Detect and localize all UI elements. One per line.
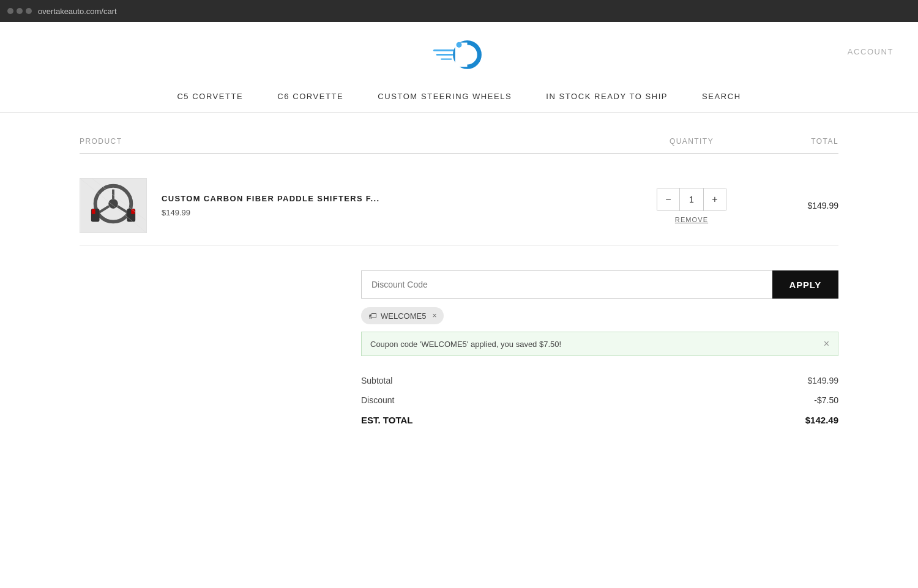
svg-rect-13	[92, 209, 95, 214]
close-banner-button[interactable]: ×	[824, 338, 829, 349]
discount-row: APPLY	[361, 270, 838, 299]
quantity-increase-button[interactable]: +	[704, 188, 726, 210]
quantity-stepper[interactable]: − +	[657, 188, 726, 211]
apply-discount-button[interactable]: APPLY	[772, 270, 838, 299]
nav-item-search[interactable]: SEARCH	[685, 81, 758, 112]
product-image[interactable]	[80, 178, 147, 233]
nav-item-custom-steering[interactable]: CUSTOM STEERING WHEELS	[360, 81, 529, 112]
account-link[interactable]: ACCOUNT	[848, 47, 894, 56]
svg-point-8	[108, 199, 118, 209]
discount-label: Discount	[361, 395, 394, 405]
summary-rows: Subtotal $149.99 Discount -$7.50 EST. TO…	[361, 371, 838, 430]
quantity-decrease-button[interactable]: −	[657, 188, 679, 210]
quantity-col: − + REMOVE	[643, 188, 741, 223]
discount-code-input[interactable]	[361, 270, 772, 299]
cart-container: PRODUCT QUANTITY TOTAL	[31, 113, 887, 455]
product-price: $149.99	[162, 208, 379, 217]
product-info: CUSTOM CARBON FIBER PADDLE SHIFTERS F...…	[162, 194, 379, 217]
nav-item-c6-corvette[interactable]: C6 CORVETTE	[260, 81, 360, 112]
est-total-value: $142.49	[805, 415, 838, 425]
nav-item-c5-corvette[interactable]: C5 CORVETTE	[160, 81, 260, 112]
browser-dot-2	[17, 8, 23, 14]
browser-dot-1	[7, 8, 13, 14]
line-total: $149.99	[741, 201, 838, 210]
nav-item-in-stock[interactable]: IN STOCK READY TO SHIP	[529, 81, 685, 112]
col-header-product: PRODUCT	[80, 137, 643, 146]
svg-point-5	[457, 42, 462, 48]
browser-bar: overtakeauto.com/cart	[0, 0, 918, 22]
main-nav: C5 CORVETTE C6 CORVETTE CUSTOM STEERING …	[0, 81, 918, 113]
tag-icon: 🏷	[368, 311, 377, 321]
coupon-code-label: WELCOME5	[381, 311, 426, 321]
product-name[interactable]: CUSTOM CARBON FIBER PADDLE SHIFTERS F...	[162, 194, 379, 203]
product-thumb-svg	[80, 179, 146, 233]
table-row: CUSTOM CARBON FIBER PADDLE SHIFTERS F...…	[80, 166, 838, 246]
browser-dots	[7, 8, 32, 14]
est-total-row: EST. TOTAL $142.49	[361, 410, 838, 430]
browser-url: overtakeauto.com/cart	[38, 7, 117, 16]
col-header-quantity: QUANTITY	[643, 137, 741, 146]
product-col: CUSTOM CARBON FIBER PADDLE SHIFTERS F...…	[80, 178, 643, 233]
discount-section: APPLY 🏷 WELCOME5 × Coupon code 'WELCOME5…	[361, 270, 838, 430]
coupon-tag: 🏷 WELCOME5 ×	[361, 307, 444, 324]
logo[interactable]	[431, 33, 487, 70]
coupon-success-banner: Coupon code 'WELCOME5' applied, you save…	[361, 332, 838, 356]
subtotal-label: Subtotal	[361, 376, 392, 385]
subtotal-value: $149.99	[807, 376, 838, 385]
remove-coupon-button[interactable]: ×	[432, 311, 436, 320]
discount-row-summary: Discount -$7.50	[361, 390, 838, 410]
discount-value: -$7.50	[814, 395, 838, 405]
est-total-label: EST. TOTAL	[361, 415, 412, 425]
logo-svg	[431, 33, 487, 70]
col-header-total: TOTAL	[741, 137, 838, 146]
subtotal-row: Subtotal $149.99	[361, 371, 838, 390]
cart-table-header: PRODUCT QUANTITY TOTAL	[80, 137, 838, 154]
quantity-input[interactable]	[679, 188, 704, 210]
remove-button[interactable]: REMOVE	[675, 216, 708, 223]
browser-dot-3	[26, 8, 32, 14]
header: ACCOUNT	[0, 22, 918, 81]
coupon-success-message: Coupon code 'WELCOME5' applied, you save…	[370, 340, 561, 349]
